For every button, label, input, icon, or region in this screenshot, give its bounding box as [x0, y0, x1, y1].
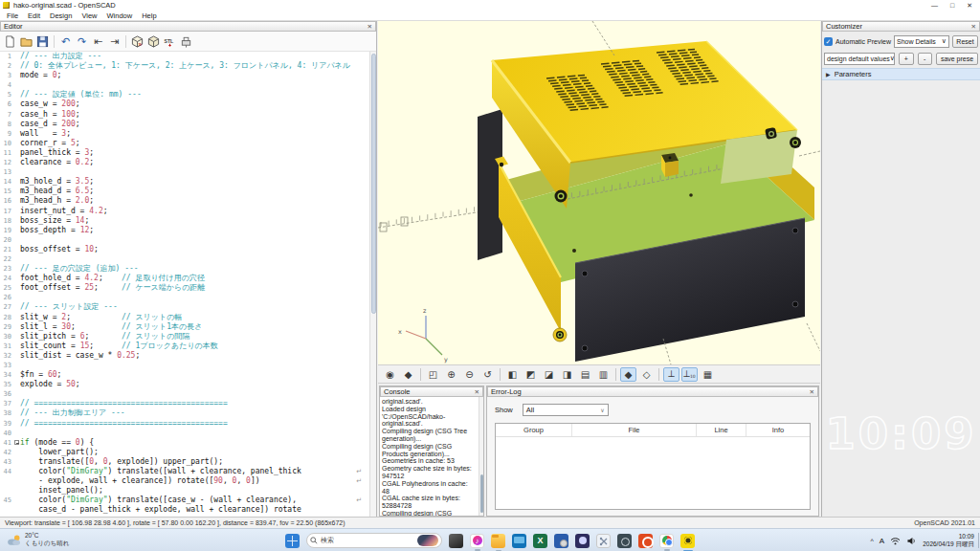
- volume-icon[interactable]: [906, 537, 917, 545]
- open-file-icon[interactable]: [18, 33, 34, 49]
- reset-view-icon[interactable]: ↺: [479, 367, 496, 382]
- code-line[interactable]: 44 color("DimGray") translate([wall + cl…: [0, 467, 370, 476]
- redo-icon[interactable]: ↷: [74, 33, 90, 49]
- new-file-icon[interactable]: [2, 33, 18, 49]
- taskbar-itunes-icon[interactable]: ♪: [470, 534, 484, 548]
- show-crosshairs-icon[interactable]: ▦: [700, 367, 716, 382]
- remove-preset-button[interactable]: -: [918, 53, 933, 65]
- show-scale-markers-icon[interactable]: ⟂10: [681, 367, 698, 382]
- code-line[interactable]: 19boss_depth = 12;: [0, 226, 370, 235]
- code-line[interactable]: 4: [0, 80, 370, 90]
- menu-view[interactable]: View: [77, 11, 101, 20]
- parameters-section[interactable]: ▶ Parameters: [822, 68, 980, 80]
- code-line[interactable]: 13: [0, 167, 370, 177]
- taskbar-red-app-icon[interactable]: [638, 534, 653, 548]
- code-line[interactable]: 41if (mode == 0) {: [0, 438, 370, 448]
- view-back-icon[interactable]: ▥: [595, 367, 612, 382]
- code-line[interactable]: inset_panel();: [0, 486, 370, 496]
- taskbar-openscad-icon[interactable]: [680, 534, 695, 548]
- code-line[interactable]: 11panel_thick = 3;: [0, 148, 370, 158]
- code-line[interactable]: 7case_h = 100;: [0, 110, 370, 120]
- code-line[interactable]: 29slit_l = 30; // スリット1本の長さ: [0, 322, 370, 332]
- code-line[interactable]: 18boss_size = 14;: [0, 216, 370, 226]
- taskbar-file-explorer-icon[interactable]: [491, 534, 505, 548]
- taskbar-remote-desktop-icon[interactable]: [512, 534, 526, 548]
- code-line[interactable]: 6case_w = 200;: [0, 99, 370, 109]
- code-line[interactable]: 24foot_hole_d = 4.2; // 足取り付け用の穴径: [0, 274, 370, 283]
- code-line[interactable]: 40: [0, 429, 370, 438]
- wifi-icon[interactable]: [890, 537, 901, 545]
- menu-help[interactable]: Help: [137, 11, 161, 20]
- console-close-icon[interactable]: ✕: [475, 388, 479, 396]
- view-bottom-icon[interactable]: ◪: [541, 367, 557, 382]
- unindent-icon[interactable]: ⇤: [90, 33, 106, 49]
- zoom-in-icon[interactable]: ⊕: [443, 367, 459, 382]
- weather-widget[interactable]: 20°C くもりのち晴れ: [6, 532, 69, 547]
- ime-indicator[interactable]: A: [880, 537, 884, 545]
- code-line[interactable]: 35explode = 50;: [0, 380, 370, 389]
- taskbar-chrome-icon[interactable]: [659, 534, 674, 548]
- export-stl-icon[interactable]: STL: [162, 33, 178, 49]
- code-line[interactable]: 32slit_dist = case_w * 0.25;: [0, 351, 370, 361]
- code-line[interactable]: 8case_d = 200;: [0, 120, 370, 129]
- menu-edit[interactable]: Edit: [23, 11, 45, 20]
- taskbar-clock[interactable]: 10:09 2026/04/19 日曜日: [923, 533, 974, 548]
- menu-window[interactable]: Window: [102, 11, 138, 20]
- taskbar-snipping-tool-icon[interactable]: [596, 534, 611, 548]
- view-all-icon[interactable]: ◰: [425, 367, 441, 382]
- code-line[interactable]: 9wall = 3;: [0, 129, 370, 139]
- view-right-icon[interactable]: ◧: [504, 367, 521, 382]
- view-left-icon[interactable]: ◨: [559, 367, 575, 382]
- taskbar-camera-icon[interactable]: [617, 534, 632, 548]
- code-line[interactable]: 21boss_offset = 10;: [0, 245, 370, 254]
- preview-icon[interactable]: »: [129, 33, 145, 49]
- code-line[interactable]: 17insert_nut_d = 4.2;: [0, 207, 370, 216]
- menu-design[interactable]: Design: [45, 11, 77, 20]
- print-3d-icon[interactable]: [178, 33, 194, 49]
- code-line[interactable]: 43 translate([0, 0, explode]) upper_part…: [0, 457, 370, 467]
- code-line[interactable]: 31slit_count = 15; // 1ブロックあたりの本数: [0, 342, 370, 351]
- error-log-close-icon[interactable]: ✕: [810, 388, 814, 396]
- menu-file[interactable]: File: [2, 11, 23, 20]
- code-line[interactable]: 30slit_pitch = 6; // スリットの間隔: [0, 332, 370, 342]
- code-line[interactable]: 3mode = 0;: [0, 71, 370, 80]
- code-line[interactable]: 37// ===================================…: [0, 399, 370, 408]
- show-filter-select[interactable]: All∨: [523, 404, 609, 416]
- taskbar-task-view-icon[interactable]: [449, 534, 463, 548]
- code-line[interactable]: 5// --- 設定値 (単位: mm) ---: [0, 90, 370, 99]
- code-line[interactable]: 42 lower_part();: [0, 448, 370, 457]
- details-select[interactable]: Show Details∨: [894, 35, 949, 48]
- perspective-icon[interactable]: ◆: [620, 367, 636, 382]
- view-front-icon[interactable]: ▤: [577, 367, 593, 382]
- code-line[interactable]: 33: [0, 361, 370, 370]
- code-line[interactable]: 28slit_w = 2; // スリットの幅: [0, 313, 370, 322]
- viewport-3d[interactable]: z x y: [378, 21, 820, 364]
- view-top-icon[interactable]: ◩: [523, 367, 539, 382]
- start-button[interactable]: [285, 534, 300, 548]
- close-button[interactable]: ✕: [967, 2, 972, 10]
- error-col-line[interactable]: Line: [697, 424, 746, 436]
- search-box[interactable]: 検索: [306, 533, 442, 548]
- code-line[interactable]: 16m3_head_h = 2.0;: [0, 196, 370, 206]
- render-icon[interactable]: ◆: [400, 367, 416, 382]
- code-line[interactable]: 38// --- 出力制御エリア ---: [0, 408, 370, 418]
- add-preset-button[interactable]: +: [899, 53, 914, 65]
- preview-icon[interactable]: ◉: [382, 367, 398, 382]
- taskbar-blue-app-icon[interactable]: [554, 534, 568, 548]
- code-line[interactable]: 26: [0, 293, 370, 302]
- preset-select[interactable]: design default values∨: [824, 53, 895, 65]
- code-line[interactable]: 2// 0: 全体プレビュー, 1: 下ケース, 2: 上ケース, 3: フロン…: [0, 61, 370, 71]
- indent-icon[interactable]: ⇥: [106, 33, 122, 49]
- undo-icon[interactable]: ↶: [57, 33, 74, 49]
- reset-button[interactable]: Reset: [952, 35, 978, 48]
- code-line[interactable]: 36: [0, 389, 370, 399]
- code-line[interactable]: 27// --- スリット設定 ---: [0, 302, 370, 312]
- code-line[interactable]: 45 color("DimGray") translate([case_w - …: [0, 496, 370, 505]
- tray-expand-icon[interactable]: ^: [871, 538, 874, 544]
- code-line[interactable]: 39// ===================================…: [0, 419, 370, 429]
- console-scrollbar[interactable]: [479, 397, 483, 516]
- error-col-info[interactable]: Info: [746, 424, 810, 436]
- editor-close-icon[interactable]: ✕: [368, 23, 372, 31]
- code-line[interactable]: 34$fn = 60;: [0, 370, 370, 380]
- automatic-preview-checkbox[interactable]: ✓: [824, 37, 833, 46]
